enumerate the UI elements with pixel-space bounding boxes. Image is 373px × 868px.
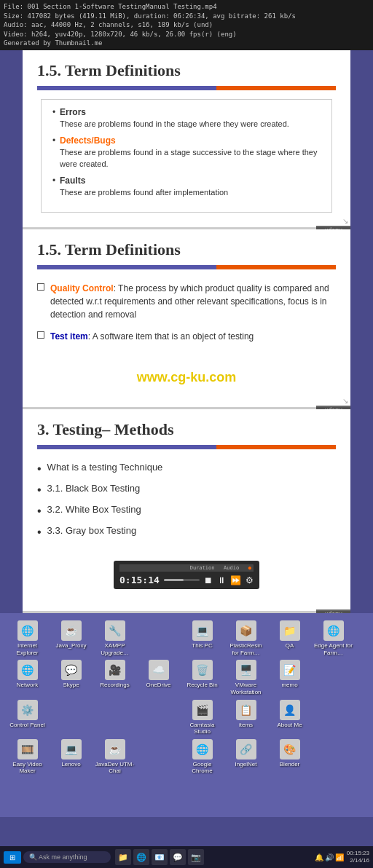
desktop-icon-vmware[interactable]: 🖥️ VMware Workstation [226,660,266,695]
desktop-icon-blender[interactable]: 🎨 Blender [270,739,310,775]
desktop-icon-plasticresin[interactable]: 📦 PlasticResin for Farm… [226,620,266,656]
notification-icon[interactable]: 🔔 [315,853,323,861]
player-stop-btn[interactable]: ⏹ [204,575,213,585]
desktop-icon-camtasia[interactable]: 🎬 Camtasia Studio [182,700,222,735]
bullet-1: • [37,462,42,476]
desktop-icon-recordings[interactable]: 🎥 Recordings [95,660,135,695]
slide-1-accent-bar [37,86,336,90]
taskbar-icon-5[interactable]: 📷 [188,849,204,865]
camtasia-icon: 🎬 [192,700,213,720]
slide-2-title: 1.5. Term Definitions [37,240,336,259]
desktop-icon-javadev[interactable]: ☕ JavaDev UTM-Chai [95,739,135,775]
plasticresin-icon: 📦 [236,620,256,641]
taskbar-icon-1[interactable]: 📁 [115,849,131,865]
slide-2-content: Quality Control: The process by which pr… [37,278,336,355]
taskbar-search-box[interactable]: 🔍 Ask me anything [23,851,111,863]
taskbar-icon-4[interactable]: 💬 [170,849,186,865]
slide-1: 1.5. Term Definitions Errors These are p… [23,50,350,229]
file-info-bar: File: 001 Section 1-Software TestingManu… [0,0,373,50]
about-me-icon: 👤 [280,700,300,720]
desktop-icon-empty-3 [51,700,91,735]
slide3-text-3: 3.2. White Box Testing [47,504,141,515]
desktop-icon-this-pc[interactable]: 💻 This PC [182,620,222,656]
taskbar: ⊞ 🔍 Ask me anything 📁 🌐 📧 💬 📷 🔔 🔊 📶 00:1… [0,846,373,868]
taskbar-icon-3[interactable]: 📧 [152,849,168,865]
slide2-item-testitem-text: Test item: A software item that is an ob… [50,330,254,343]
javadev-icon: ☕ [105,739,125,760]
slide2-item-qc: Quality Control: The process by which pr… [37,282,336,321]
lenovo-icon: 💻 [61,739,82,760]
slide-2: 1.5. Term Definitions Quality Control: T… [23,229,350,409]
term-testitem-desc: : A software item that is an object of t… [88,331,254,342]
taskbar-time: 00:15:23 2/14/16 [347,850,369,865]
control-panel-icon: ⚙️ [17,700,38,720]
desktop-icon-easy-video[interactable]: 🎞️ Easy Video Maker [7,739,47,775]
desktop-icon-internet-explorer[interactable]: 🌐 Internet Explorer [7,620,47,656]
desktop-icon-network[interactable]: 🌐 Network [7,660,47,695]
wifi-icon[interactable]: 📶 [335,853,344,861]
chrome-icon: 🌐 [192,739,213,760]
volume-icon[interactable]: 🔊 [325,853,334,861]
desktop-icon-xampp[interactable]: 🔧 XAMPP Upgrade… [95,620,135,656]
desktop-icon-control-panel[interactable]: ⚙️ Control Panel [7,700,47,735]
desktop-icon-recycle-bin[interactable]: 🗑️ Recycle Bin [182,660,222,695]
edge-agent-icon: 🌐 [323,620,344,641]
slide-1-terms-list: Errors These are problems found in the s… [52,107,321,199]
search-icon: 🔍 [29,853,37,861]
desktop-icon-chrome[interactable]: 🌐 Google Chrome [182,739,222,775]
recordings-icon: 🎥 [105,660,125,680]
bullet-3: • [37,504,42,518]
desktop-icon-java-proxy[interactable]: ☕ Java_Proxy [51,620,91,656]
bullet-2: • [37,483,42,497]
taskbar-pinned-icons: 📁 🌐 📧 💬 📷 [115,849,204,865]
desktop-icon-edge-agent[interactable]: 🌐 Edge Agent for Farm… [313,620,353,656]
java-proxy-icon: ☕ [61,620,82,641]
slide-1-content-box: Errors These are problems found in the s… [41,99,332,213]
term-faults: Faults [60,175,85,186]
slide3-text-4: 3.3. Gray box Testing [47,525,137,536]
this-pc-icon: 💻 [192,620,213,641]
desktop-icon-memo[interactable]: 📝 memo [270,660,310,695]
skype-icon: 💬 [61,660,82,680]
slide-3-content: • What is a testing Technique • 3.1. Bla… [37,458,336,551]
desktop-icon-empty-5 [138,700,178,735]
empty-icon-4 [105,700,125,720]
video-player-overlay: Duration Audio ● 0:15:14 ⏹ ⏸ ⏩ ⚙ [114,561,259,589]
taskbar-right: 🔔 🔊 📶 00:15:23 2/14/16 [315,850,369,865]
desktop-icon-empty-4 [95,700,135,735]
desktop-icon-lenovo[interactable]: 💻 Lenovo [51,739,91,775]
empty-icon-7 [149,739,169,760]
term-errors: Errors [60,107,86,117]
desktop-icon-empty-7 [138,739,178,775]
desktop-icon-skype[interactable]: 💬 Skype [51,660,91,695]
term-errors-desc: These are problems found in the stage wh… [60,119,321,130]
recycle-bin-icon: 🗑️ [192,660,213,680]
empty-icon-1 [149,620,169,641]
desktop-icon-items[interactable]: 📋 items [226,700,266,735]
desktop-icon-qa[interactable]: 📁 QA [270,620,310,656]
desktop-icon-about-me[interactable]: 👤 About Me [270,700,310,735]
empty-icon-3 [61,700,82,720]
network-icon: 🌐 [17,660,38,680]
player-settings-btn[interactable]: ⚙ [246,575,254,585]
empty-icon-5 [149,700,169,720]
memo-icon: 📝 [280,660,300,680]
slide-1-title: 1.5. Term Definitions [37,61,336,80]
desktop-icon-empty-6 [313,700,353,735]
player-forward-btn[interactable]: ⏩ [230,575,241,585]
player-pause-btn[interactable]: ⏸ [217,575,226,585]
slide-2-accent-bar [37,265,336,269]
checkbox-testitem [37,331,44,339]
taskbar-icon-2[interactable]: 🌐 [133,849,149,865]
player-progress-fill [164,579,184,581]
list-item: Errors These are problems found in the s… [52,107,321,130]
desktop-icon-ingelnet[interactable]: 🔗 IngelNet [226,739,266,775]
player-top-bar: Duration Audio ● [119,564,254,572]
start-button[interactable]: ⊞ [4,851,21,864]
desktop-icon-onedrive[interactable]: ☁️ OneDrive [138,660,178,695]
term-faults-desc: These are problems found after implement… [60,187,321,198]
taskbar-system-icons: 🔔 🔊 📶 [315,853,344,861]
slide-3-title: 3. Testing– Methods [37,420,336,439]
desktop-icons-grid: 🌐 Internet Explorer ☕ Java_Proxy 🔧 XAMPP… [4,617,369,778]
checkbox-qc [37,283,44,291]
